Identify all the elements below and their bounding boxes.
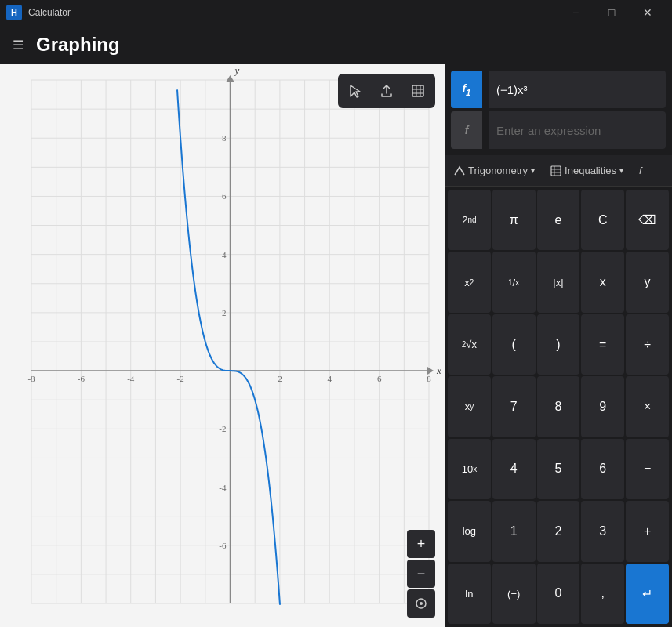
calc-btn-r4-c4[interactable]: − (626, 439, 669, 499)
expr-2-input[interactable] (489, 111, 666, 149)
calc-btn-r1-c4[interactable]: y (626, 252, 669, 312)
calc-btn-r4-c3[interactable]: 6 (581, 439, 624, 499)
calc-btn-r1-c3[interactable]: x (581, 252, 624, 312)
expr-2-label: f (465, 124, 469, 136)
zoom-in-button[interactable]: + (407, 530, 435, 558)
hamburger-icon[interactable]: ☰ (9, 34, 27, 56)
calc-btn-r2-c3[interactable]: = (581, 314, 624, 375)
calc-btn-r0-c0[interactable]: 2nd (448, 190, 491, 250)
calc-btn-r6-c0[interactable]: ln (448, 564, 491, 624)
title-bar-controls: − □ ✕ (558, 0, 666, 25)
calc-btn-r5-c0[interactable]: log (448, 501, 491, 561)
calc-btn-r6-c4[interactable]: ↵ (626, 564, 669, 624)
close-button[interactable]: ✕ (630, 0, 666, 25)
calc-btn-r0-c3[interactable]: C (581, 190, 624, 250)
graph-area: + − (0, 64, 445, 627)
calc-btn-r6-c1[interactable]: (−) (492, 564, 536, 624)
calc-btn-r0-c1[interactable]: π (492, 190, 536, 250)
calc-btn-r2-c1[interactable]: ( (492, 314, 536, 375)
graph-canvas (0, 64, 445, 627)
calc-btn-r5-c1[interactable]: 1 (492, 501, 536, 561)
calc-btn-r1-c1[interactable]: 1/x (492, 252, 536, 312)
calc-btn-r3-c3[interactable]: 9 (581, 376, 624, 437)
calc-btn-r0-c4[interactable]: ⌫ (626, 190, 669, 250)
zoom-controls: + − (407, 530, 435, 618)
func-tabs: Trigonometry ▾ Inequalities ▾ f (445, 155, 672, 187)
trig-tab-chevron: ▾ (531, 166, 535, 175)
zoom-reset-button[interactable] (407, 589, 435, 618)
calc-section: Trigonometry ▾ Inequalities ▾ f (445, 155, 672, 627)
expression-item-1: f1 (−1)x³ (451, 71, 666, 108)
calc-btn-r4-c0[interactable]: 10x (448, 439, 491, 499)
calc-grid: 2ndπeC⌫x21/x|x|xy2√x()=÷xy789×10x456−log… (445, 187, 672, 627)
ineq-tab[interactable]: Inequalities ▾ (544, 161, 630, 179)
graph-toolbar (338, 74, 435, 108)
calc-btn-r4-c2[interactable]: 5 (537, 439, 580, 499)
pointer-tool-button[interactable] (341, 77, 369, 105)
right-panel: f1 (−1)x³ f Trigonometry (445, 64, 672, 627)
app-icon: H (6, 5, 22, 20)
expression-list: f1 (−1)x³ f (445, 64, 672, 155)
calc-btn-r3-c0[interactable]: xy (448, 376, 491, 437)
table-tool-button[interactable] (404, 77, 432, 105)
func-tab-f[interactable]: f (633, 161, 648, 179)
calc-btn-r5-c4[interactable]: + (626, 501, 669, 561)
svg-rect-8 (551, 166, 561, 176)
calc-btn-r0-c2[interactable]: e (537, 190, 580, 250)
calc-btn-r2-c0[interactable]: 2√x (448, 314, 491, 375)
calc-btn-r1-c0[interactable]: x2 (448, 252, 491, 312)
zoom-out-button[interactable]: − (407, 560, 435, 588)
calc-btn-r1-c2[interactable]: |x| (537, 252, 580, 312)
calc-btn-r2-c2[interactable]: ) (537, 314, 580, 375)
title-bar-left: H Calculator (6, 5, 71, 20)
ineq-tab-chevron: ▾ (619, 166, 623, 175)
expr-1-color-btn[interactable]: f1 (451, 71, 482, 108)
calc-btn-r3-c4[interactable]: × (626, 376, 669, 437)
title-bar-title: Calculator (28, 7, 71, 18)
calc-btn-r6-c3[interactable]: , (581, 564, 624, 624)
maximize-button[interactable]: □ (594, 0, 630, 25)
calc-btn-r2-c4[interactable]: ÷ (626, 314, 669, 375)
minimize-button[interactable]: − (558, 0, 594, 25)
app-title: Graphing (36, 34, 120, 56)
func-tab-f-label: f (639, 165, 642, 176)
main-content: + − f1 (−1)x³ f (0, 64, 672, 627)
share-tool-button[interactable] (372, 77, 401, 105)
calc-btn-r4-c1[interactable]: 4 (492, 439, 536, 499)
svg-marker-0 (351, 85, 360, 97)
expr-1-label: f1 (462, 82, 470, 97)
calc-btn-r3-c1[interactable]: 7 (492, 376, 536, 437)
app-header: ☰ Graphing (0, 25, 672, 64)
expr-1-value: (−1)x³ (489, 71, 666, 108)
calc-btn-r6-c2[interactable]: 0 (537, 564, 580, 624)
svg-rect-1 (412, 85, 423, 96)
calc-btn-r3-c2[interactable]: 8 (537, 376, 580, 437)
expr-2-color-btn[interactable]: f (451, 111, 482, 149)
svg-point-7 (420, 602, 423, 605)
ineq-tab-label: Inequalities (565, 165, 616, 176)
title-bar: H Calculator − □ ✕ (0, 0, 672, 25)
calc-btn-r5-c2[interactable]: 2 (537, 501, 580, 561)
expression-item-2: f (451, 111, 666, 149)
trig-tab[interactable]: Trigonometry ▾ (448, 161, 541, 179)
trig-tab-label: Trigonometry (468, 165, 528, 176)
calc-btn-r5-c3[interactable]: 3 (581, 501, 624, 561)
